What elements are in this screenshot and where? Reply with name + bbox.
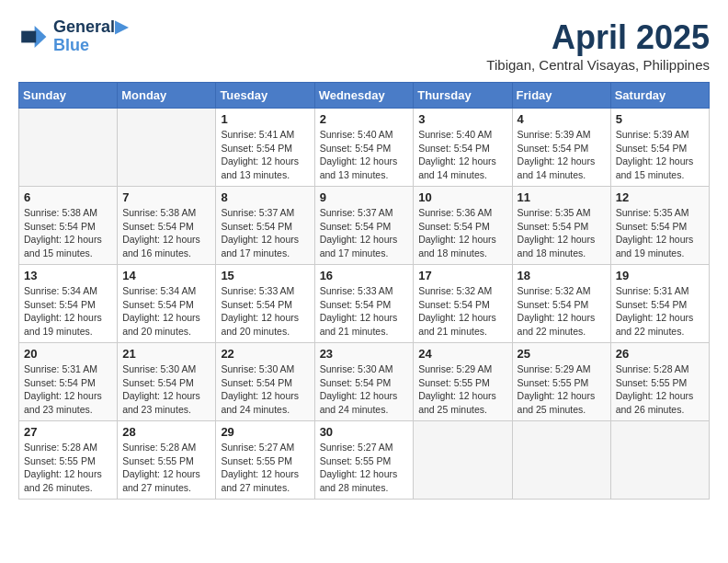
day-number: 24 bbox=[418, 347, 506, 361]
day-info: Sunrise: 5:39 AMSunset: 5:54 PMDaylight:… bbox=[616, 128, 704, 182]
calendar-cell: 11 Sunrise: 5:35 AMSunset: 5:54 PMDaylig… bbox=[512, 187, 610, 265]
day-info: Sunrise: 5:29 AMSunset: 5:55 PMDaylight:… bbox=[418, 362, 506, 417]
location-title: Tibigan, Central Visayas, Philippines bbox=[486, 57, 710, 73]
calendar-cell: 27 Sunrise: 5:28 AMSunset: 5:55 PMDaylig… bbox=[19, 421, 118, 500]
day-number: 17 bbox=[418, 269, 506, 282]
day-number: 16 bbox=[320, 269, 409, 282]
calendar-cell: 5 Sunrise: 5:39 AMSunset: 5:54 PMDayligh… bbox=[610, 109, 709, 187]
day-number: 30 bbox=[320, 425, 409, 439]
calendar-cell: 1 Sunrise: 5:41 AMSunset: 5:54 PMDayligh… bbox=[216, 109, 314, 187]
day-info: Sunrise: 5:32 AMSunset: 5:54 PMDaylight:… bbox=[518, 284, 606, 339]
day-info: Sunrise: 5:28 AMSunset: 5:55 PMDaylight:… bbox=[616, 362, 704, 417]
day-number: 4 bbox=[518, 112, 606, 126]
day-info: Sunrise: 5:32 AMSunset: 5:54 PMDaylight:… bbox=[418, 284, 506, 339]
day-info: Sunrise: 5:34 AMSunset: 5:54 PMDaylight:… bbox=[122, 284, 210, 339]
week-row-2: 6 Sunrise: 5:38 AMSunset: 5:54 PMDayligh… bbox=[19, 187, 710, 265]
day-number: 18 bbox=[518, 269, 606, 282]
day-info: Sunrise: 5:30 AMSunset: 5:54 PMDaylight:… bbox=[221, 362, 309, 417]
calendar-cell: 6 Sunrise: 5:38 AMSunset: 5:54 PMDayligh… bbox=[19, 187, 118, 265]
calendar-cell: 18 Sunrise: 5:32 AMSunset: 5:54 PMDaylig… bbox=[512, 265, 610, 343]
calendar-cell: 26 Sunrise: 5:28 AMSunset: 5:55 PMDaylig… bbox=[610, 343, 709, 421]
day-number: 7 bbox=[122, 190, 210, 204]
calendar-cell: 4 Sunrise: 5:39 AMSunset: 5:54 PMDayligh… bbox=[512, 109, 610, 187]
day-info: Sunrise: 5:31 AMSunset: 5:54 PMDaylight:… bbox=[616, 284, 704, 339]
weekday-header-thursday: Thursday bbox=[414, 83, 512, 109]
day-info: Sunrise: 5:35 AMSunset: 5:54 PMDaylight:… bbox=[616, 206, 704, 260]
week-row-3: 13 Sunrise: 5:34 AMSunset: 5:54 PMDaylig… bbox=[19, 265, 710, 343]
calendar-cell: 25 Sunrise: 5:29 AMSunset: 5:55 PMDaylig… bbox=[512, 343, 610, 421]
day-info: Sunrise: 5:29 AMSunset: 5:55 PMDaylight:… bbox=[518, 362, 606, 417]
calendar-cell bbox=[512, 421, 610, 500]
day-number: 22 bbox=[221, 347, 309, 361]
weekday-header-saturday: Saturday bbox=[610, 83, 709, 109]
day-number: 2 bbox=[320, 112, 409, 126]
calendar-cell: 9 Sunrise: 5:37 AMSunset: 5:54 PMDayligh… bbox=[314, 187, 414, 265]
weekday-header-tuesday: Tuesday bbox=[216, 83, 314, 109]
week-row-4: 20 Sunrise: 5:31 AMSunset: 5:54 PMDaylig… bbox=[19, 343, 710, 421]
day-number: 6 bbox=[24, 190, 112, 204]
day-number: 3 bbox=[418, 112, 506, 126]
calendar-table: SundayMondayTuesdayWednesdayThursdayFrid… bbox=[18, 82, 710, 500]
calendar-cell: 13 Sunrise: 5:34 AMSunset: 5:54 PMDaylig… bbox=[19, 265, 118, 343]
calendar-cell: 8 Sunrise: 5:37 AMSunset: 5:54 PMDayligh… bbox=[216, 187, 314, 265]
day-info: Sunrise: 5:34 AMSunset: 5:54 PMDaylight:… bbox=[24, 284, 112, 339]
calendar-cell bbox=[118, 109, 216, 187]
day-number: 1 bbox=[221, 112, 309, 126]
calendar-cell: 30 Sunrise: 5:27 AMSunset: 5:55 PMDaylig… bbox=[314, 421, 414, 500]
weekday-header-friday: Friday bbox=[512, 83, 610, 109]
weekday-header-monday: Monday bbox=[118, 83, 216, 109]
day-number: 28 bbox=[122, 425, 210, 439]
day-info: Sunrise: 5:33 AMSunset: 5:54 PMDaylight:… bbox=[221, 284, 309, 339]
day-number: 15 bbox=[221, 269, 309, 282]
calendar-cell: 21 Sunrise: 5:30 AMSunset: 5:54 PMDaylig… bbox=[118, 343, 216, 421]
day-number: 9 bbox=[320, 190, 409, 204]
day-number: 5 bbox=[616, 112, 704, 126]
calendar-cell: 10 Sunrise: 5:36 AMSunset: 5:54 PMDaylig… bbox=[414, 187, 512, 265]
day-number: 26 bbox=[616, 347, 704, 361]
title-block: April 2025 Tibigan, Central Visayas, Phi… bbox=[486, 18, 710, 73]
logo-text: General▶ Blue bbox=[53, 18, 128, 55]
day-info: Sunrise: 5:27 AMSunset: 5:55 PMDaylight:… bbox=[221, 441, 309, 495]
calendar-cell bbox=[414, 421, 512, 500]
day-number: 14 bbox=[122, 269, 210, 282]
calendar-cell: 19 Sunrise: 5:31 AMSunset: 5:54 PMDaylig… bbox=[610, 265, 709, 343]
svg-rect-2 bbox=[21, 30, 36, 42]
calendar-cell bbox=[19, 109, 118, 187]
calendar-cell: 16 Sunrise: 5:33 AMSunset: 5:54 PMDaylig… bbox=[314, 265, 414, 343]
logo: General▶ Blue bbox=[18, 18, 128, 55]
calendar-cell: 22 Sunrise: 5:30 AMSunset: 5:54 PMDaylig… bbox=[216, 343, 314, 421]
week-row-1: 1 Sunrise: 5:41 AMSunset: 5:54 PMDayligh… bbox=[19, 109, 710, 187]
day-info: Sunrise: 5:28 AMSunset: 5:55 PMDaylight:… bbox=[122, 441, 210, 495]
day-info: Sunrise: 5:28 AMSunset: 5:55 PMDaylight:… bbox=[24, 441, 112, 495]
day-number: 27 bbox=[24, 425, 112, 439]
weekday-header-sunday: Sunday bbox=[19, 83, 118, 109]
calendar-cell: 17 Sunrise: 5:32 AMSunset: 5:54 PMDaylig… bbox=[414, 265, 512, 343]
day-number: 23 bbox=[320, 347, 409, 361]
weekday-header-wednesday: Wednesday bbox=[314, 83, 414, 109]
day-info: Sunrise: 5:35 AMSunset: 5:54 PMDaylight:… bbox=[518, 206, 606, 260]
calendar-cell: 20 Sunrise: 5:31 AMSunset: 5:54 PMDaylig… bbox=[19, 343, 118, 421]
month-title: April 2025 bbox=[486, 18, 710, 57]
day-info: Sunrise: 5:41 AMSunset: 5:54 PMDaylight:… bbox=[221, 128, 309, 182]
calendar-cell: 12 Sunrise: 5:35 AMSunset: 5:54 PMDaylig… bbox=[610, 187, 709, 265]
day-info: Sunrise: 5:38 AMSunset: 5:54 PMDaylight:… bbox=[24, 206, 112, 260]
day-info: Sunrise: 5:27 AMSunset: 5:55 PMDaylight:… bbox=[320, 441, 409, 495]
day-info: Sunrise: 5:37 AMSunset: 5:54 PMDaylight:… bbox=[320, 206, 409, 260]
day-number: 19 bbox=[616, 269, 704, 282]
day-info: Sunrise: 5:40 AMSunset: 5:54 PMDaylight:… bbox=[418, 128, 506, 182]
day-number: 25 bbox=[518, 347, 606, 361]
calendar-cell: 3 Sunrise: 5:40 AMSunset: 5:54 PMDayligh… bbox=[414, 109, 512, 187]
day-number: 13 bbox=[24, 269, 112, 282]
day-info: Sunrise: 5:39 AMSunset: 5:54 PMDaylight:… bbox=[518, 128, 606, 182]
day-number: 11 bbox=[518, 190, 606, 204]
page-header: General▶ Blue April 2025 Tibigan, Centra… bbox=[18, 18, 710, 73]
calendar-cell: 24 Sunrise: 5:29 AMSunset: 5:55 PMDaylig… bbox=[414, 343, 512, 421]
calendar-cell: 2 Sunrise: 5:40 AMSunset: 5:54 PMDayligh… bbox=[314, 109, 414, 187]
logo-icon bbox=[18, 22, 48, 52]
day-info: Sunrise: 5:38 AMSunset: 5:54 PMDaylight:… bbox=[122, 206, 210, 260]
day-info: Sunrise: 5:37 AMSunset: 5:54 PMDaylight:… bbox=[221, 206, 309, 260]
day-number: 10 bbox=[418, 190, 506, 204]
calendar-cell: 29 Sunrise: 5:27 AMSunset: 5:55 PMDaylig… bbox=[216, 421, 314, 500]
day-number: 8 bbox=[221, 190, 309, 204]
calendar-cell: 28 Sunrise: 5:28 AMSunset: 5:55 PMDaylig… bbox=[118, 421, 216, 500]
